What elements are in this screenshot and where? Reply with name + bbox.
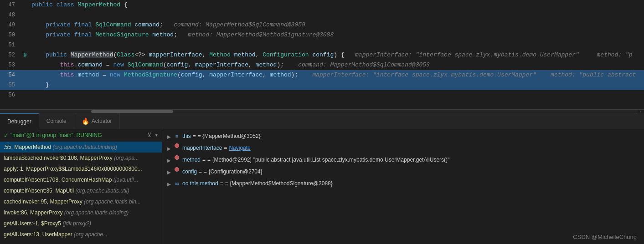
var-equals: = (224, 143, 227, 152)
method-name: invoke:86, MapperProxy (4, 209, 62, 216)
bottom-panel: DebuggerConsole🔥Actuator ✓ "main"@1 in g… (0, 113, 644, 244)
actuator-tab-label: Actuator (92, 118, 112, 124)
var-expand-icon[interactable]: ▶ (166, 168, 172, 177)
call-stack-header: ✓ "main"@1 in group "main": RUNNING ⊻ ▾ (0, 129, 162, 142)
method-name: computeIfAbsent:35, MapUtil (4, 188, 74, 194)
call-stack-item-getAllUsers[interactable]: getAllUsers:-1, $Proxy5 (jdk.proxy2) (0, 218, 162, 229)
line-gutter: @ (21, 50, 30, 60)
var-equals: = (202, 155, 206, 164)
line-content: this.method = new MethodSignature(config… (30, 70, 636, 80)
var-infinity-icon: ∞ (173, 179, 180, 188)
line-content: public MapperMethod(Class<?> mapperInter… (30, 50, 635, 60)
code-editor: 47 public class MapperMethod { 48 49 pri… (0, 0, 644, 109)
var-expand-icon[interactable]: ▶ (166, 132, 172, 142)
tab-bar: DebuggerConsole🔥Actuator (0, 113, 644, 129)
class-path: (org.apache... (72, 231, 108, 238)
debugger-tab-label: Debugger (7, 118, 31, 125)
line-number: 54 (0, 70, 21, 80)
var-expand-icon[interactable]: ▶ (166, 156, 172, 165)
method-name: getAllUsers:13, UserMapper (4, 231, 72, 238)
var-value: = {Method@2992} "public abstract java.ut… (207, 155, 639, 164)
var-name: this (182, 132, 191, 141)
line-number: 50 (0, 30, 21, 40)
method-name: cachedInvoker:95, MapperProxy (4, 198, 82, 205)
line-number: 48 (0, 10, 21, 20)
var-expand-icon[interactable]: ▶ (166, 180, 172, 189)
call-stack-item-apply[interactable]: apply:-1, MapperProxy$$Lambda$146/0x0000… (0, 163, 162, 174)
var-item-method[interactable]: ▶ method = = {Method@2992} "public abstr… (162, 154, 644, 166)
more-options-icon[interactable]: ▾ (155, 132, 158, 139)
line-number: 51 (0, 40, 21, 50)
class-path: (java.util... (112, 177, 138, 183)
var-name: oo this.method (182, 179, 218, 188)
variables-panel: ▶ ≡ this = = {MapperMethod@3052} ▶ mappe… (162, 129, 644, 244)
class-path: (org.apache.ibatis.bin... (82, 198, 141, 205)
var-expand-icon[interactable]: ▶ (166, 144, 172, 153)
class-path: (org.apache.ibatis.binding) (62, 209, 129, 216)
line-number: 56 (0, 90, 21, 100)
svg-text:›: › (640, 110, 642, 113)
call-stack-items: :55, MapperMethod (org.apache.ibatis.bin… (0, 142, 162, 244)
var-item-mapperInterface[interactable]: ▶ mapperInterface = Navigate (162, 142, 644, 154)
check-icon: ✓ (4, 132, 9, 139)
call-stack-item-cachedInvoker[interactable]: cachedInvoker:95, MapperProxy (org.apach… (0, 196, 162, 207)
var-name: config (182, 167, 197, 176)
var-value: Navigate (229, 143, 639, 152)
line-content: private final MethodSignature method; me… (30, 30, 635, 40)
running-badge: ✓ "main"@1 in group "main": RUNNING (4, 132, 102, 139)
scrollbar-area[interactable]: › (0, 109, 644, 113)
panel-content: ✓ "main"@1 in group "main": RUNNING ⊻ ▾ … (0, 129, 644, 244)
var-equals: = (193, 132, 196, 141)
call-stack-item-lambda[interactable]: lambda$cachedInvoker$0:108, MapperProxy … (0, 152, 162, 163)
filter-icon[interactable]: ⊻ (147, 132, 152, 139)
line-number: 49 (0, 20, 21, 30)
call-stack-panel: ✓ "main"@1 in group "main": RUNNING ⊻ ▾ … (0, 129, 162, 244)
tab-debugger[interactable]: Debugger (0, 113, 39, 129)
call-stack-item-computeIfAbsent2[interactable]: computeIfAbsent:35, MapUtil (org.apache.… (0, 185, 162, 196)
code-line-48: 48 (0, 10, 644, 20)
line-number: 47 (0, 0, 21, 10)
method-name: getAllUsers:-1, $Proxy5 (4, 220, 61, 227)
code-line-54: 54 this.method = new MethodSignature(con… (0, 70, 644, 80)
line-content: public class MapperMethod { (30, 0, 635, 10)
tab-actuator[interactable]: 🔥Actuator (74, 113, 120, 129)
call-stack-item-invoke[interactable]: invoke:86, MapperProxy (org.apache.ibati… (0, 207, 162, 218)
line-number: 52 (0, 50, 21, 60)
var-value: = {MapperMethod@3052} (198, 132, 639, 141)
code-line-55: 55 } (0, 80, 644, 90)
code-line-47: 47 public class MapperMethod { (0, 0, 644, 10)
class-path: (org.apache.ibatis.util) (74, 188, 129, 194)
tab-console[interactable]: Console (39, 113, 74, 129)
line-number: 53 (0, 60, 21, 70)
var-item-config[interactable]: ▶ config = = {Configuration@2704} (162, 166, 644, 178)
var-name: mapperInterface (182, 143, 222, 152)
call-stack-item-getAllUsers2[interactable]: getAllUsers:13, UserMapper (org.apache..… (0, 229, 162, 240)
var-value: = {MapperMethod$MethodSignature@3088} (225, 179, 639, 188)
var-name: method (182, 155, 201, 164)
code-line-56: 56 (0, 90, 644, 100)
call-stack-item-init[interactable]: :55, MapperMethod (org.apache.ibatis.bin… (0, 142, 162, 152)
var-value: = {Configuration@2704} (204, 167, 639, 176)
var-equals: = (220, 179, 223, 188)
var-item-this[interactable]: ▶ ≡ this = = {MapperMethod@3052} (162, 131, 644, 142)
running-label: "main"@1 in group "main": RUNNING (10, 132, 102, 138)
line-number: 55 (0, 80, 21, 90)
class-path: (org.apa... (113, 155, 139, 161)
console-tab-label: Console (46, 118, 67, 124)
code-line-53: 53 this.command = new SqlCommand(config,… (0, 60, 644, 70)
method-name: lambda$cachedInvoker$0:108, MapperProxy (4, 155, 113, 161)
method-name: apply:-1, MapperProxy$$Lambda$146/0x0000… (4, 166, 142, 172)
var-item-this.method[interactable]: ▶ ∞ oo this.method = = {MapperMethod$Met… (162, 178, 644, 190)
class-path: (jdk.proxy2) (61, 220, 91, 227)
right-indicator: › (638, 110, 644, 113)
var-dot-icon (173, 155, 180, 160)
call-stack-item-computeIfAbsent[interactable]: computeIfAbsent:1708, ConcurrentHashMap … (0, 174, 162, 185)
method-name: computeIfAbsent:1708, ConcurrentHashMap (4, 177, 112, 183)
code-line-50: 50 private final MethodSignature method;… (0, 30, 644, 40)
horizontal-scrollbar[interactable] (91, 110, 173, 113)
class-path: (org.apache.ibatis.binding) (51, 144, 117, 150)
navigate-link[interactable]: Navigate (229, 145, 250, 151)
code-line-51: 51 (0, 40, 644, 50)
code-lines: 47 public class MapperMethod { 48 49 pri… (0, 0, 644, 100)
code-line-52: 52 @ public MapperMethod(Class<?> mapper… (0, 50, 644, 60)
